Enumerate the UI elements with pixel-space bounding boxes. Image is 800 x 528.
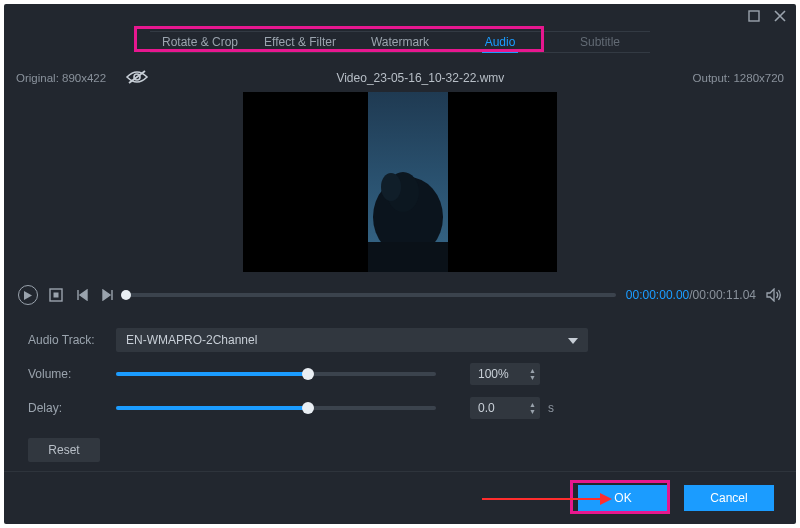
tab-effect-filter[interactable]: Effect & Filter xyxy=(250,35,350,49)
tab-subtitle[interactable]: Subtitle xyxy=(550,35,650,49)
audio-panel: Audio Track: EN-WMAPRO-2Channel Volume: … xyxy=(4,310,796,462)
maximize-icon[interactable] xyxy=(748,10,760,25)
original-size: Original: 890x422 xyxy=(16,72,106,84)
volume-slider[interactable] xyxy=(116,372,436,376)
svg-rect-10 xyxy=(54,293,59,298)
volume-label: Volume: xyxy=(28,367,116,381)
audio-track-select[interactable]: EN-WMAPRO-2Channel xyxy=(116,328,588,352)
chevron-down-icon xyxy=(568,333,578,347)
eye-off-icon[interactable] xyxy=(126,70,148,86)
timeline[interactable] xyxy=(126,293,616,297)
video-preview[interactable] xyxy=(243,92,557,272)
delay-label: Delay: xyxy=(28,401,116,415)
tab-rotate-crop[interactable]: Rotate & Crop xyxy=(150,35,250,49)
volume-value: 100% xyxy=(478,367,509,381)
delay-slider[interactable] xyxy=(116,406,436,410)
footer: OK Cancel xyxy=(4,472,796,524)
stop-button[interactable] xyxy=(48,287,64,303)
delay-stepper[interactable]: ▲▼ xyxy=(529,402,536,415)
time-display: 00:00:00.00/00:00:11.04 xyxy=(626,288,756,302)
volume-stepper[interactable]: ▲▼ xyxy=(529,368,536,381)
titlebar xyxy=(4,4,796,30)
tab-audio[interactable]: Audio xyxy=(450,35,550,49)
svg-rect-0 xyxy=(749,11,759,21)
delay-value-box[interactable]: 0.0 ▲▼ xyxy=(470,397,540,419)
audio-track-value: EN-WMAPRO-2Channel xyxy=(126,333,257,347)
editor-window: Rotate & Crop Effect & Filter Watermark … xyxy=(4,4,796,524)
svg-rect-8 xyxy=(368,242,448,272)
transport-bar: 00:00:00.00/00:00:11.04 xyxy=(4,280,796,310)
audio-track-label: Audio Track: xyxy=(28,333,116,347)
cancel-button[interactable]: Cancel xyxy=(684,485,774,511)
output-size: Output: 1280x720 xyxy=(693,72,784,84)
svg-point-7 xyxy=(381,173,401,201)
delay-unit: s xyxy=(548,401,554,415)
tab-bar: Rotate & Crop Effect & Filter Watermark … xyxy=(4,30,796,54)
volume-slider-knob[interactable] xyxy=(302,368,314,380)
timeline-knob[interactable] xyxy=(121,290,131,300)
info-bar: Original: 890x422 Video_23-05-16_10-32-2… xyxy=(4,68,796,88)
play-button[interactable] xyxy=(18,285,38,305)
tab-watermark[interactable]: Watermark xyxy=(350,35,450,49)
video-filename: Video_23-05-16_10-32-22.wmv xyxy=(336,71,504,85)
ok-button[interactable]: OK xyxy=(578,485,668,511)
delay-slider-knob[interactable] xyxy=(302,402,314,414)
volume-icon[interactable] xyxy=(766,287,782,303)
reset-button[interactable]: Reset xyxy=(28,438,100,462)
close-icon[interactable] xyxy=(774,10,786,25)
prev-frame-button[interactable] xyxy=(74,287,90,303)
next-frame-button[interactable] xyxy=(100,287,116,303)
delay-value: 0.0 xyxy=(478,401,495,415)
volume-value-box[interactable]: 100% ▲▼ xyxy=(470,363,540,385)
preview-area xyxy=(4,88,796,276)
